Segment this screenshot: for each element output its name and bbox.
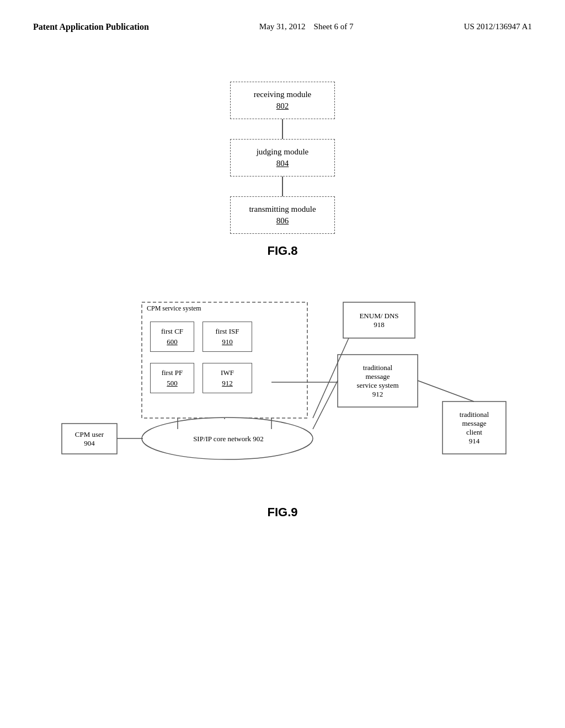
svg-rect-0 (142, 302, 307, 418)
first-pf-box: first PF 500 (150, 363, 194, 393)
sip-ip-label: SIP/IP core network 902 (193, 435, 264, 443)
first-pf-label: first PF (162, 368, 183, 378)
trad-msg-svc-line2: message (365, 372, 390, 381)
patent-number: US 2012/136947 A1 (464, 22, 532, 31)
sip-ip-box: SIP/IP core network 902 (143, 430, 314, 448)
first-cf-box: first CF 600 (150, 322, 194, 352)
transmitting-module-box: transmitting module 806 (230, 196, 335, 234)
judging-module-label: judging module (247, 146, 318, 158)
fig8-diagram: receiving module 802 judging module 804 … (230, 82, 335, 234)
trad-msg-svc-line1: traditional (363, 363, 392, 372)
trad-msg-client-number: 914 (469, 437, 480, 446)
sheet-info: Sheet 6 of 7 (314, 22, 354, 31)
fig9-label: FIG.9 (267, 505, 297, 520)
trad-msg-client-line3: client (466, 428, 482, 437)
iwf-label: IWF (221, 368, 234, 378)
trad-msg-client-box: traditional message client 914 (443, 402, 506, 454)
connector-1 (282, 119, 283, 139)
receiving-module-number: 802 (247, 100, 318, 112)
transmitting-module-number: 806 (247, 215, 318, 227)
page: Patent Application Publication May 31, 2… (0, 0, 565, 728)
judging-module-box: judging module 804 (230, 139, 335, 176)
iwf-box: IWF 912 (202, 363, 252, 393)
first-pf-number: 500 (167, 378, 178, 388)
cpm-user-box: CPM user 904 (62, 424, 117, 454)
fig8-section: receiving module 802 judging module 804 … (33, 65, 532, 258)
cpm-user-label: CPM user (75, 430, 104, 439)
svg-line-12 (418, 381, 474, 402)
first-isf-box: first ISF 910 (202, 322, 252, 352)
receiving-module-label: receiving module (247, 89, 318, 100)
trad-msg-svc-line3: service system (356, 381, 398, 390)
iwf-number: 912 (222, 378, 233, 388)
header-center: May 31, 2012 Sheet 6 of 7 (259, 22, 354, 31)
trad-msg-client-line2: message (462, 419, 486, 428)
publication-label: Patent Application Publication (33, 22, 149, 32)
svg-line-11 (313, 381, 338, 429)
fig9-section: CPM service system first CF 600 first IS… (33, 286, 532, 520)
trad-msg-client-line1: traditional (460, 410, 489, 419)
connector-2 (282, 176, 283, 196)
enum-dns-number: 918 (374, 320, 385, 329)
first-isf-number: 910 (222, 337, 233, 347)
enum-dns-label: ENUM/ DNS (359, 312, 398, 320)
transmitting-module-label: transmitting module (247, 204, 318, 215)
enum-dns-box: ENUM/ DNS 918 (343, 302, 415, 338)
fig8-label: FIG.8 (267, 244, 297, 258)
first-cf-number: 600 (167, 337, 178, 347)
publication-date: May 31, 2012 (259, 22, 306, 31)
first-isf-label: first ISF (216, 326, 239, 336)
judging-module-number: 804 (247, 158, 318, 169)
first-cf-label: first CF (161, 326, 183, 336)
page-header: Patent Application Publication May 31, 2… (33, 22, 532, 32)
trad-msg-svc-box: traditional message service system 912 (338, 355, 418, 407)
fig9-diagram: CPM service system first CF 600 first IS… (56, 297, 509, 495)
trad-msg-svc-number: 912 (372, 390, 383, 399)
fig9-lines (56, 297, 509, 495)
receiving-module-box: receiving module 802 (230, 82, 335, 119)
cpm-service-label: CPM service system (145, 304, 204, 313)
cpm-user-number: 904 (84, 439, 95, 448)
